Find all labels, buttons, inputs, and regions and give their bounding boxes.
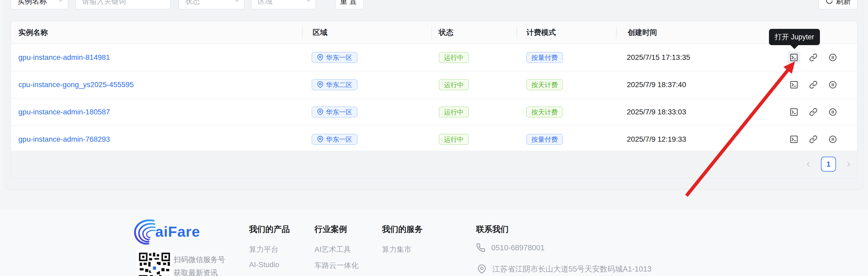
footer-col-cases-title: 行业案例 — [314, 224, 347, 235]
jupyter-tooltip: 打开 Jupyter — [769, 29, 820, 45]
footer-col-products-title: 我们的产品 — [249, 224, 290, 235]
copy-link-button[interactable] — [807, 133, 820, 146]
instance-name-link[interactable]: gpu-instance-admin-768293 — [19, 135, 110, 143]
pause-instance-button[interactable] — [827, 133, 839, 146]
region-select[interactable]: 区域 — [251, 0, 316, 9]
chevron-down-icon — [57, 0, 64, 6]
reset-button[interactable]: 重置 — [335, 0, 364, 9]
pause-circle-icon — [829, 53, 837, 62]
status-badge: 运行中 — [439, 52, 469, 63]
chevron-down-icon — [234, 0, 240, 6]
pause-circle-icon — [829, 80, 837, 89]
qr-caption-line2: 获取最新资讯 — [174, 268, 218, 276]
open-jupyter-button[interactable] — [787, 133, 800, 146]
map-pin-icon — [477, 265, 487, 274]
status-placeholder: 状态 — [179, 0, 200, 6]
open-jupyter-button[interactable] — [787, 106, 800, 118]
footer-link[interactable]: 算力平台 — [249, 244, 278, 254]
pause-circle-icon — [829, 135, 837, 143]
prev-page-button[interactable] — [804, 160, 813, 169]
created-time: 2025/7/9 18:33:03 — [627, 108, 686, 116]
pause-circle-icon — [829, 108, 837, 116]
created-time: 2025/7/9 12:19:33 — [627, 135, 686, 143]
created-time: 2025/7/9 18:37:40 — [627, 80, 686, 89]
refresh-icon — [826, 0, 833, 6]
pagination: 1 — [11, 150, 857, 178]
status-badge: 运行中 — [439, 79, 469, 90]
tooltip-label: 打开 Jupyter — [775, 32, 814, 42]
reset-label: 重置 — [340, 0, 359, 6]
phone-icon — [476, 243, 486, 252]
instance-name-link[interactable]: gpu-instance-admin-814981 — [19, 53, 110, 62]
billing-badge: 按天计费 — [526, 79, 563, 90]
open-jupyter-button[interactable] — [787, 78, 800, 91]
table-row: gpu-instance-admin-814981 华东一区 运行中 按量付费 … — [11, 44, 857, 71]
instance-name-link[interactable]: gpu-instance-admin-180587 — [19, 108, 110, 116]
terminal-icon — [790, 108, 798, 116]
footer-col-services-title: 我们的服务 — [382, 224, 423, 235]
terminal-icon — [790, 53, 798, 62]
copy-link-button[interactable] — [807, 106, 820, 118]
refresh-button[interactable]: 刷新 — [818, 0, 858, 9]
link-icon — [809, 53, 817, 62]
pause-instance-button[interactable] — [827, 106, 839, 118]
contact-address-row: 江苏省江阴市长山大道55号天安数码城A1-1013 — [477, 264, 652, 274]
region-badge: 华东一区 — [312, 106, 358, 117]
open-jupyter-button[interactable] — [787, 51, 800, 64]
footer-link[interactable]: AI艺术工具 — [314, 244, 351, 254]
region-badge: 华东一区 — [312, 134, 358, 145]
next-page-button[interactable] — [844, 160, 853, 169]
keyword-input[interactable]: 请输入关键词 — [75, 0, 171, 9]
copy-link-button[interactable] — [807, 51, 820, 64]
footer-link[interactable]: 算力集市 — [382, 244, 411, 254]
chevron-left-icon — [804, 160, 813, 168]
region-badge: 华东一区 — [312, 52, 358, 63]
created-time: 2025/7/15 17:13:35 — [627, 53, 690, 62]
contact-address: 江苏省江阴市长山大道55号天安数码城A1-1013 — [492, 264, 652, 274]
link-icon — [809, 135, 817, 143]
chevron-down-icon — [305, 0, 312, 6]
site-footer: aiFare — [0, 210, 868, 276]
billing-badge: 按量付费 — [526, 52, 563, 63]
status-badge: 运行中 — [439, 106, 469, 117]
filter-field-select[interactable]: 实例名称 — [10, 0, 68, 9]
column-header-region: 区域 — [302, 21, 432, 43]
table-row: gpu-instance-admin-768293 华东一区 运行中 按量付费 … — [11, 126, 857, 153]
contact-phone: 0510-68978001 — [491, 243, 545, 252]
table-row: cpu-instance-gong_ys2025-455595 华东二区 运行中… — [11, 71, 857, 99]
status-select[interactable]: 状态 — [178, 0, 245, 9]
terminal-icon — [790, 135, 798, 143]
footer-col-contact-title: 联系我们 — [476, 224, 508, 235]
map-pin-icon — [317, 136, 324, 143]
filter-field-value: 实例名称 — [11, 0, 47, 6]
link-icon — [809, 108, 817, 116]
wechat-qr-code — [136, 250, 173, 276]
brand-logo: aiFare — [133, 217, 200, 246]
column-header-created: 创建时间 — [616, 21, 779, 43]
map-pin-icon — [317, 109, 324, 115]
keyword-placeholder: 请输入关键词 — [76, 0, 126, 6]
brand-name: aiFare — [155, 223, 200, 240]
table-header: 实例名称 区域 状态 计费模式 创建时间 操作 — [11, 21, 857, 44]
column-header-billing: 计费模式 — [517, 21, 616, 43]
pause-instance-button[interactable] — [827, 78, 839, 91]
page-number-current[interactable]: 1 — [821, 157, 836, 172]
column-header-name: 实例名称 — [11, 21, 302, 43]
map-pin-icon — [317, 81, 324, 88]
link-icon — [809, 80, 817, 89]
chevron-right-icon — [844, 160, 852, 168]
region-badge: 华东二区 — [312, 79, 358, 90]
aifare-swirl-icon — [133, 217, 159, 246]
instance-name-link[interactable]: cpu-instance-gong_ys2025-455595 — [19, 80, 134, 89]
contact-phone-row: 0510-68978001 — [476, 243, 545, 252]
column-header-status: 状态 — [432, 21, 517, 43]
pause-instance-button[interactable] — [827, 51, 839, 64]
copy-link-button[interactable] — [807, 78, 820, 91]
instance-console-page: 实例名称 请输入关键词 状态 区域 重置 刷新 实例名称 区域 状态 计费模式 — [0, 0, 868, 276]
footer-link[interactable]: AI-Studio — [249, 261, 279, 269]
instance-table-card: 实例名称 区域 状态 计费模式 创建时间 操作 gpu-instance-adm… — [10, 21, 858, 178]
table-row: gpu-instance-admin-180587 华东一区 运行中 按天计费 … — [11, 99, 857, 126]
footer-link[interactable]: 车路云一体化 — [314, 261, 359, 271]
map-pin-icon — [317, 54, 324, 61]
refresh-label: 刷新 — [836, 0, 851, 6]
